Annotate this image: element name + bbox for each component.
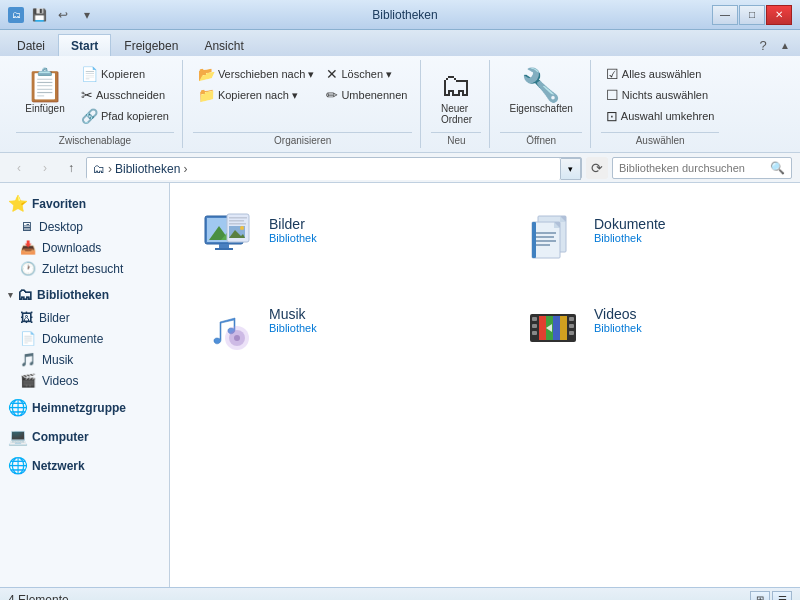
library-item-bilder[interactable]: Bilder Bibliothek [190,203,455,273]
copy-cut-col: 📄 Kopieren ✂ Ausschneiden 🔗 Pfad kopiere… [76,64,174,126]
svg-rect-23 [536,244,550,246]
main-area: ⭐ Favoriten 🖥 Desktop 📥 Downloads 🕐 Zule… [0,183,800,587]
delete-label: Löschen ▾ [341,68,392,81]
ribbon-content: 📋 Einfügen 📄 Kopieren ✂ Ausschneiden 🔗 P… [0,56,800,152]
maximize-button[interactable]: □ [739,5,765,25]
ribbon-group-clipboard: 📋 Einfügen 📄 Kopieren ✂ Ausschneiden 🔗 P… [8,60,183,148]
select-all-button[interactable]: ☑ Alles auswählen [601,64,720,84]
details-view-btn[interactable]: ☰ [772,591,792,601]
copy-to-button[interactable]: 📁 Kopieren nach ▾ [193,85,320,105]
move-to-button[interactable]: 📂 Verschieben nach ▾ [193,64,320,84]
sidebar-header-computer[interactable]: 💻 Computer [0,424,169,449]
up-button[interactable]: ↑ [60,157,82,179]
invert-icon: ⊡ [606,109,618,123]
select-label: Auswählen [601,132,720,146]
svg-rect-33 [569,324,574,328]
invert-select-button[interactable]: ⊡ Auswahl umkehren [601,106,720,126]
copy-to-label: Kopieren nach ▾ [218,89,298,102]
desktop-label: Desktop [39,220,83,234]
select-none-label: Nichts auswählen [622,89,708,101]
minimize-button[interactable]: — [712,5,738,25]
close-button[interactable]: ✕ [766,5,792,25]
delete-button[interactable]: ✕ Löschen ▾ [321,64,412,84]
bilder-info: Bilder Bibliothek [269,212,317,244]
videos-info: Videos Bibliothek [594,302,642,334]
svg-rect-9 [229,220,244,222]
shortcut-button[interactable]: 🔗 Pfad kopieren [76,106,174,126]
musik-name: Musik [269,306,317,322]
svg-rect-5 [219,244,229,248]
new-folder-button[interactable]: 🗂 NeuerOrdner [431,64,481,130]
select-all-label: Alles auswählen [622,68,702,80]
ribbon-help-btn[interactable]: ? [752,34,774,56]
dokumente-info: Dokumente Bibliothek [594,212,666,244]
rename-button[interactable]: ✏ Umbenennen [321,85,412,105]
library-item-dokumente[interactable]: Dokumente Bibliothek [515,203,780,273]
musik-sidebar-label: Musik [42,353,73,367]
paste-button[interactable]: 📋 Einfügen [16,64,74,119]
network-label: Netzwerk [32,459,85,473]
back-button[interactable]: ‹ [8,157,30,179]
path-text: Bibliotheken [115,162,180,176]
address-path-container[interactable]: 🗂 › Bibliotheken › ▾ [86,157,582,179]
address-bar: ‹ › ↑ 🗂 › Bibliotheken › ▾ ⟳ 🔍 [0,153,800,183]
svg-rect-38 [553,316,560,340]
sidebar-item-videos[interactable]: 🎬 Videos [0,370,169,391]
library-item-videos[interactable]: Videos Bibliothek [515,293,780,363]
network-icon: 🌐 [8,456,28,475]
musik-info: Musik Bibliothek [269,302,317,334]
large-icons-view-btn[interactable]: ⊞ [750,591,770,601]
refresh-button[interactable]: ⟳ [586,157,608,179]
address-dropdown[interactable]: ▾ [561,158,581,180]
forward-button[interactable]: › [34,157,56,179]
clipboard-label: Zwischenablage [16,132,174,146]
copy-button[interactable]: 📄 Kopieren [76,64,174,84]
ribbon-collapse-btn[interactable]: ▲ [774,34,796,56]
sidebar-header-libraries[interactable]: ▾ 🗂 Bibliotheken [0,283,169,307]
videos-type: Bibliothek [594,322,642,334]
libraries-collapse-icon: ▾ [8,290,13,300]
bilder-name: Bilder [269,216,317,232]
library-item-musik[interactable]: Musik Bibliothek [190,293,455,363]
quick-save-btn[interactable]: 💾 [28,4,50,26]
sidebar-item-downloads[interactable]: 📥 Downloads [0,237,169,258]
homegroup-icon: 🌐 [8,398,28,417]
tab-datei[interactable]: Datei [4,34,58,56]
sidebar-item-dokumente[interactable]: 📄 Dokumente [0,328,169,349]
tab-freigeben[interactable]: Freigeben [111,34,191,56]
sidebar-header-favorites[interactable]: ⭐ Favoriten [0,191,169,216]
svg-rect-39 [560,316,567,340]
libraries-label: Bibliotheken [37,288,109,302]
sidebar-item-bilder[interactable]: 🖼 Bilder [0,307,169,328]
paste-label: Einfügen [25,103,64,114]
new-label: Neu [431,132,481,146]
dokumente-icon [524,212,582,264]
quick-undo-btn[interactable]: ↩ [52,4,74,26]
sidebar-item-desktop[interactable]: 🖥 Desktop [0,216,169,237]
musik-icon [199,302,257,354]
cut-button[interactable]: ✂ Ausschneiden [76,85,174,105]
svg-rect-24 [532,222,536,258]
open-col: 🔧 Eigenschaften [500,64,581,119]
svg-rect-32 [569,317,574,321]
bilder-sidebar-label: Bilder [39,311,70,325]
invert-label: Auswahl umkehren [621,110,715,122]
svg-rect-36 [539,316,546,340]
sidebar-item-musik[interactable]: 🎵 Musik [0,349,169,370]
address-path[interactable]: 🗂 › Bibliotheken › [87,158,561,180]
sidebar-header-homegroup[interactable]: 🌐 Heimnetzgruppe [0,395,169,420]
tab-start[interactable]: Start [58,34,111,56]
sidebar-item-recent[interactable]: 🕐 Zuletzt besucht [0,258,169,279]
sidebar-header-network[interactable]: 🌐 Netzwerk [0,453,169,478]
move-icon: 📂 [198,67,215,81]
cut-label: Ausschneiden [96,89,165,101]
search-input[interactable] [619,162,766,174]
select-none-button[interactable]: ☐ Nichts auswählen [601,85,720,105]
search-box[interactable]: 🔍 [612,157,792,179]
search-icon: 🔍 [770,161,785,175]
quick-menu-btn[interactable]: ▾ [76,4,98,26]
tab-ansicht[interactable]: Ansicht [191,34,256,56]
open-buttons: 🔧 Eigenschaften [500,62,581,130]
title-bar: 🗂 💾 ↩ ▾ Bibliotheken — □ ✕ [0,0,800,30]
properties-button[interactable]: 🔧 Eigenschaften [500,64,581,119]
